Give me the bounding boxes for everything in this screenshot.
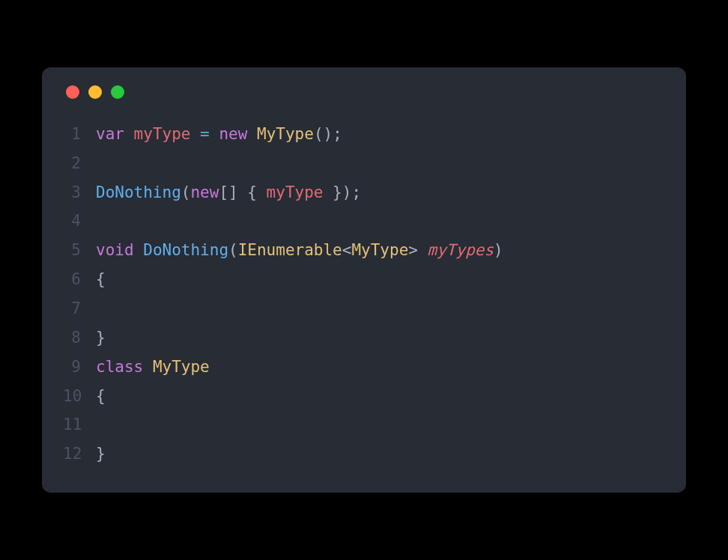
- line-number: 11: [63, 410, 96, 439]
- line-number: 3: [63, 178, 96, 207]
- code-line[interactable]: 6{: [63, 265, 665, 294]
- token: DoNothing: [143, 241, 228, 259]
- code-line[interactable]: 1var myType = new MyType();: [63, 120, 665, 149]
- code-editor[interactable]: 1var myType = new MyType();23DoNothing(n…: [63, 120, 665, 469]
- line-number: 10: [63, 382, 96, 411]
- line-number: 2: [63, 149, 96, 178]
- token: class: [96, 358, 143, 376]
- code-window: 1var myType = new MyType();23DoNothing(n…: [42, 67, 686, 493]
- code-line[interactable]: 8}: [63, 323, 665, 353]
- code-line[interactable]: 12}: [63, 439, 665, 469]
- code-content[interactable]: void DoNothing(IEnumerable<MyType> myTyp…: [96, 236, 503, 265]
- token: [] {: [219, 183, 266, 201]
- token: });: [323, 183, 361, 201]
- line-number: 7: [63, 294, 96, 323]
- token: DoNothing: [96, 183, 181, 201]
- token: >: [408, 241, 427, 259]
- token: [247, 125, 257, 143]
- token: new: [219, 125, 247, 143]
- line-number: 9: [63, 353, 96, 382]
- token: [190, 125, 200, 143]
- code-line[interactable]: 7: [63, 294, 665, 323]
- line-number: 4: [63, 207, 96, 236]
- line-number: 6: [63, 265, 96, 294]
- token: (: [228, 241, 238, 259]
- code-line[interactable]: 9class MyType: [63, 353, 665, 382]
- token: myType: [267, 183, 324, 201]
- maximize-icon[interactable]: [111, 85, 124, 99]
- code-content[interactable]: var myType = new MyType();: [96, 120, 342, 149]
- close-icon[interactable]: [66, 85, 79, 99]
- token: [143, 358, 153, 376]
- token: {: [96, 387, 106, 405]
- token: myTypes: [428, 241, 494, 259]
- code-line[interactable]: 5void DoNothing(IEnumerable<MyType> myTy…: [63, 236, 665, 265]
- code-content[interactable]: {: [96, 265, 106, 294]
- token: void: [96, 241, 134, 259]
- token: MyType: [351, 241, 408, 259]
- token: ): [494, 241, 503, 259]
- code-line[interactable]: 11: [63, 410, 665, 439]
- code-line[interactable]: 10{: [63, 382, 665, 411]
- code-line[interactable]: 4: [63, 207, 665, 236]
- token: [134, 241, 144, 259]
- token: MyType: [153, 358, 210, 376]
- line-number: 1: [63, 120, 96, 149]
- token: (: [181, 183, 191, 201]
- token: ();: [314, 125, 342, 143]
- token: [124, 125, 134, 143]
- code-content[interactable]: {: [96, 382, 106, 411]
- minimize-icon[interactable]: [88, 85, 102, 99]
- token: {: [96, 270, 106, 288]
- code-content[interactable]: DoNothing(new[] { myType });: [96, 178, 361, 207]
- window-titlebar: [63, 85, 665, 99]
- line-number: 8: [63, 323, 96, 353]
- line-number: 5: [63, 236, 96, 265]
- token: <: [342, 241, 352, 259]
- code-content[interactable]: }: [96, 439, 106, 469]
- token: }: [96, 445, 106, 463]
- token: [210, 125, 219, 143]
- code-content[interactable]: class MyType: [96, 353, 210, 382]
- token: new: [190, 183, 219, 201]
- token: IEnumerable: [238, 241, 342, 259]
- line-number: 12: [63, 439, 96, 469]
- token: var: [96, 125, 124, 143]
- token: =: [200, 125, 210, 143]
- code-content[interactable]: }: [96, 323, 106, 353]
- code-line[interactable]: 2: [63, 149, 665, 178]
- code-line[interactable]: 3DoNothing(new[] { myType });: [63, 178, 665, 207]
- token: MyType: [257, 125, 314, 143]
- token: myType: [134, 125, 191, 143]
- token: }: [96, 329, 106, 347]
